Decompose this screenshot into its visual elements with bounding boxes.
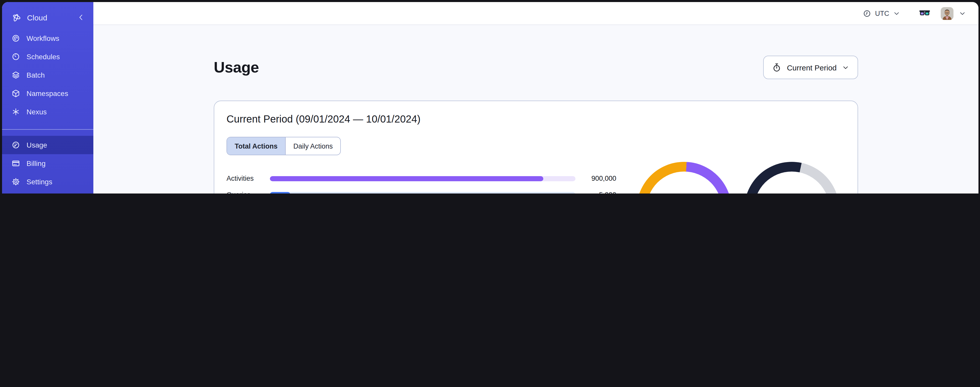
timezone-label: UTC	[875, 10, 889, 17]
sidebar-collapse-button[interactable]	[76, 12, 86, 22]
bar-track	[270, 176, 576, 181]
usage-icon	[11, 141, 21, 150]
sidebar-item-batch[interactable]: Batch	[2, 66, 93, 84]
stopwatch-icon	[772, 62, 782, 72]
page-content: Usage Current Period Current Period (09/…	[93, 25, 978, 194]
app-window: Cloud WorkflowsSchedulesBatchNamespacesN…	[2, 2, 978, 194]
donut-chart: 4.7 MMTotal Actions	[637, 162, 732, 194]
sidebar-item-settings[interactable]: Settings	[2, 173, 93, 191]
period-selector-button[interactable]: Current Period	[764, 56, 858, 79]
avatar[interactable]	[941, 7, 953, 20]
sidebar-item-schedules[interactable]: Schedules	[2, 48, 93, 66]
schedules-icon	[11, 52, 21, 61]
usage-donut-charts: 4.7 MMTotal Actions0 GB/DayTotal Storage	[637, 162, 839, 194]
tab-daily-actions[interactable]: Daily Actions	[285, 138, 340, 155]
tab-total-actions[interactable]: Total Actions	[227, 138, 285, 155]
sidebar-brand: Cloud	[2, 7, 93, 27]
donut-chart: 0 GB/DayTotal Storage	[744, 162, 839, 194]
sidebar-divider	[2, 129, 93, 130]
sidebar: Cloud WorkflowsSchedulesBatchNamespacesN…	[2, 2, 93, 194]
bar-fill	[270, 176, 543, 181]
nexus-icon	[11, 107, 21, 117]
sidebar-item-label: Billing	[27, 159, 46, 168]
sidebar-item-label: Namespaces	[27, 90, 68, 98]
temporal-logo-icon	[11, 12, 21, 22]
bar-label: Queries	[226, 191, 270, 194]
glasses-icon[interactable]	[919, 7, 931, 19]
page-header: Usage Current Period	[214, 56, 858, 79]
sidebar-nav: WorkflowsSchedulesBatchNamespacesNexusUs…	[2, 29, 93, 194]
main-area: UTC Usage Current Period	[93, 2, 978, 194]
bar-value: 5,000	[576, 191, 616, 194]
chevron-down-icon	[842, 64, 850, 71]
bar-value: 900,000	[576, 175, 616, 182]
clock-icon	[863, 9, 872, 18]
namespaces-icon	[11, 89, 21, 98]
sidebar-item-namespaces[interactable]: Namespaces	[2, 84, 93, 102]
current-period-card: Current Period (09/01/2024 — 10/01/2024)…	[214, 101, 858, 194]
timezone-selector[interactable]: UTC	[863, 9, 900, 18]
bar-fill	[270, 192, 290, 194]
actions-tab-group: Total ActionsDaily Actions	[226, 137, 341, 155]
sidebar-item-usage[interactable]: Usage	[2, 136, 93, 154]
page-title: Usage	[214, 58, 259, 77]
desktop-background: Cloud WorkflowsSchedulesBatchNamespacesN…	[0, 0, 980, 194]
topbar: UTC	[93, 2, 978, 25]
sidebar-item-label: Batch	[27, 71, 45, 79]
billing-icon	[11, 159, 21, 168]
workflows-icon	[11, 34, 21, 43]
brand-label: Cloud	[27, 13, 70, 22]
chevron-down-icon[interactable]	[959, 10, 966, 17]
batch-icon	[11, 70, 21, 80]
sidebar-item-label: Schedules	[27, 53, 60, 61]
donut-center-labels: 4.7 MMTotal Actions	[637, 162, 732, 194]
donut-center-labels: 0 GB/DayTotal Storage	[744, 162, 839, 194]
bar-track	[270, 192, 576, 194]
settings-icon	[11, 177, 21, 186]
period-selector-label: Current Period	[787, 63, 837, 72]
sidebar-item-billing[interactable]: Billing	[2, 154, 93, 173]
chevron-down-icon	[893, 10, 900, 17]
sidebar-item-label: Settings	[27, 178, 52, 186]
sidebar-item-label: Workflows	[27, 34, 59, 42]
bar-label: Activities	[226, 175, 270, 182]
sidebar-item-workflows[interactable]: Workflows	[2, 29, 93, 48]
sidebar-item-nexus[interactable]: Nexus	[2, 102, 93, 121]
card-title: Current Period (09/01/2024 — 10/01/2024)	[226, 112, 845, 126]
sidebar-item-label: Nexus	[27, 108, 47, 116]
sidebar-item-label: Usage	[27, 141, 47, 149]
